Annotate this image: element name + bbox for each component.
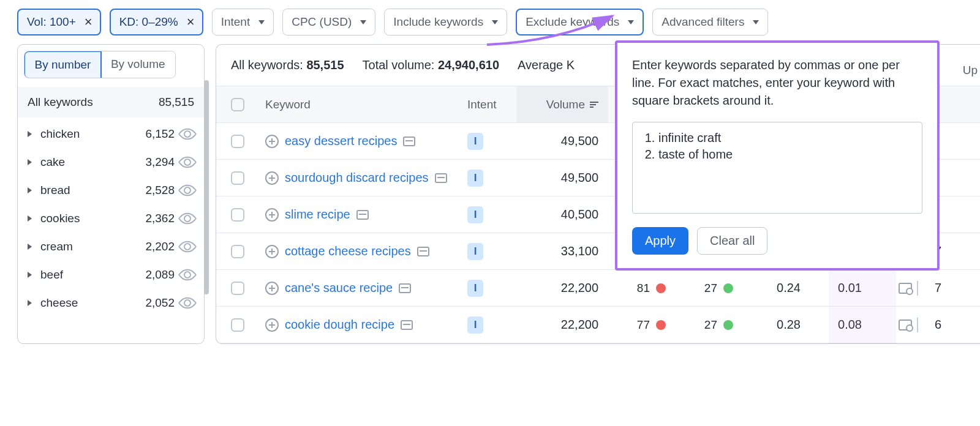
add-icon[interactable] <box>265 208 279 222</box>
keyword-cell: cottage cheese recipes <box>265 244 467 258</box>
filter-volume[interactable]: Vol: 100+ × <box>17 9 101 36</box>
serp-icon[interactable] <box>401 320 413 330</box>
close-icon[interactable]: × <box>81 15 96 29</box>
sidebar-item-count: 3,294 <box>145 155 175 169</box>
chevron-right-icon <box>28 300 32 306</box>
serp-icon[interactable] <box>417 247 429 256</box>
row-checkbox[interactable] <box>231 318 244 332</box>
serp-icon[interactable] <box>403 136 415 146</box>
sidebar-item[interactable]: cookies2,362 <box>18 204 204 233</box>
eye-icon[interactable] <box>178 152 197 171</box>
keyword-cell: cane's sauce recipe <box>265 281 467 295</box>
sidebar-item-count: 2,089 <box>145 268 175 282</box>
eye-icon[interactable] <box>178 265 197 284</box>
chevron-down-icon <box>753 20 759 24</box>
add-icon[interactable] <box>265 135 279 148</box>
col-keyword[interactable]: Keyword <box>265 98 467 111</box>
sidebar-item-count: 2,052 <box>145 296 175 310</box>
filter-cpc[interactable]: CPC (USD) <box>282 9 375 36</box>
tab-by-volume[interactable]: By volume <box>101 51 175 78</box>
cpc-cell: 0.28 <box>743 318 810 332</box>
eye-icon[interactable] <box>178 181 197 200</box>
col-intent[interactable]: Intent <box>467 98 516 111</box>
add-icon[interactable] <box>265 318 279 332</box>
sidebar-item-label: cream <box>40 240 145 253</box>
exclude-keywords-input[interactable]: infinite craft taste of home <box>632 122 922 214</box>
filter-advanced[interactable]: Advanced filters <box>652 9 768 36</box>
serp-icon[interactable] <box>356 210 369 220</box>
keyword-link[interactable]: cottage cheese recipes <box>285 244 411 258</box>
chevron-down-icon <box>258 20 265 24</box>
sort-desc-icon <box>590 102 598 108</box>
sidebar-tabs: By number By volume <box>24 51 176 78</box>
eye-icon[interactable] <box>178 237 197 256</box>
difficulty-dot <box>723 283 733 293</box>
serp-features-icon <box>899 320 912 331</box>
keyword-cell: slime recipe <box>265 207 467 222</box>
keyword-link[interactable]: easy dessert recipes <box>285 134 397 148</box>
volume-cell: 49,500 <box>516 134 608 148</box>
filter-advanced-label: Advanced filters <box>662 15 744 29</box>
chevron-down-icon <box>628 20 634 24</box>
sf-count: 7 <box>921 281 945 295</box>
chevron-down-icon <box>492 20 498 24</box>
sidebar-item[interactable]: cake3,294 <box>18 148 204 176</box>
keyword-cell: sourdough discard recipes <box>265 171 467 185</box>
keyword-cell: cookie dough recipe <box>265 318 467 332</box>
updated-stub: Up <box>960 64 980 77</box>
eye-icon[interactable] <box>178 209 197 228</box>
filter-volume-label: Vol: 100+ <box>27 15 76 29</box>
sidebar-item-count: 2,202 <box>145 240 175 253</box>
filter-exclude-label: Exclude keywords <box>526 15 619 29</box>
col-volume[interactable]: Volume <box>516 86 608 122</box>
sidebar-item[interactable]: cheese2,052 <box>18 289 204 317</box>
row-checkbox[interactable] <box>231 282 244 295</box>
eye-icon[interactable] <box>178 124 197 143</box>
sidebar-item-label: chicken <box>40 127 145 141</box>
keyword-link[interactable]: sourdough discard recipes <box>285 171 429 185</box>
clear-all-button[interactable]: Clear all <box>697 227 767 255</box>
eye-icon[interactable] <box>178 293 197 312</box>
sidebar-item[interactable]: chicken6,152 <box>18 120 204 148</box>
row-checkbox[interactable] <box>231 171 244 185</box>
chevron-right-icon <box>28 244 32 250</box>
serp-icon[interactable] <box>399 283 411 293</box>
sidebar-item-label: bread <box>40 184 145 197</box>
apply-button[interactable]: Apply <box>632 227 688 255</box>
sidebar-all-keywords[interactable]: All keywords 85,515 <box>18 87 204 118</box>
keyword-link[interactable]: cookie dough recipe <box>285 318 394 332</box>
keyword-link[interactable]: cane's sauce recipe <box>285 281 393 295</box>
add-icon[interactable] <box>265 282 279 295</box>
sidebar-item[interactable]: beef2,089 <box>18 261 204 289</box>
sidebar-item-label: beef <box>40 268 145 282</box>
add-icon[interactable] <box>265 245 279 258</box>
add-icon[interactable] <box>265 171 279 185</box>
intent-tag: I <box>467 206 483 223</box>
filter-include-keywords[interactable]: Include keywords <box>384 9 507 36</box>
filter-intent[interactable]: Intent <box>212 9 274 36</box>
select-all-checkbox[interactable] <box>231 98 244 111</box>
filter-include-label: Include keywords <box>393 15 483 29</box>
sidebar-item-label: cheese <box>40 296 145 310</box>
sidebar-item[interactable]: cream2,202 <box>18 233 204 261</box>
row-checkbox[interactable] <box>231 135 244 148</box>
serp-icon[interactable] <box>435 173 447 183</box>
row-checkbox[interactable] <box>231 208 244 222</box>
kd-cell: 77 <box>608 318 676 332</box>
filter-kd[interactable]: KD: 0–29% × <box>110 9 203 36</box>
tab-by-number[interactable]: By number <box>24 51 102 78</box>
filter-cpc-label: CPC (USD) <box>292 15 352 29</box>
filter-exclude-keywords[interactable]: Exclude keywords <box>516 9 644 36</box>
kd-cell: 81 <box>608 282 676 295</box>
com-cell: 27 <box>676 282 743 295</box>
intent-tag: I <box>467 280 483 297</box>
scrollbar-thumb[interactable] <box>204 80 209 294</box>
sidebar-item-count: 6,152 <box>145 127 175 141</box>
row-checkbox[interactable] <box>231 245 244 258</box>
chevron-right-icon <box>28 272 32 278</box>
sidebar-item-label: cake <box>40 155 145 169</box>
volume-cell: 33,100 <box>516 244 608 258</box>
keyword-link[interactable]: slime recipe <box>285 207 350 222</box>
close-icon[interactable]: × <box>183 15 198 29</box>
sidebar-item[interactable]: bread2,528 <box>18 176 204 204</box>
